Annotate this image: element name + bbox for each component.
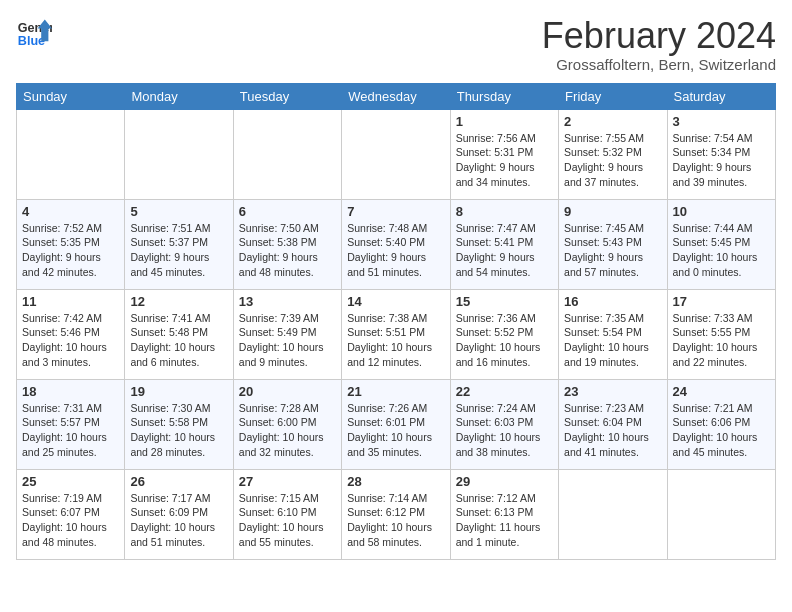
day-info: Sunrise: 7:47 AMSunset: 5:41 PMDaylight:… (456, 221, 553, 280)
day-number: 16 (564, 294, 661, 309)
calendar-cell: 29Sunrise: 7:12 AMSunset: 6:13 PMDayligh… (450, 469, 558, 559)
day-info: Sunrise: 7:12 AMSunset: 6:13 PMDaylight:… (456, 491, 553, 550)
calendar-cell: 23Sunrise: 7:23 AMSunset: 6:04 PMDayligh… (559, 379, 667, 469)
day-info: Sunrise: 7:26 AMSunset: 6:01 PMDaylight:… (347, 401, 444, 460)
day-number: 28 (347, 474, 444, 489)
week-row-4: 18Sunrise: 7:31 AMSunset: 5:57 PMDayligh… (17, 379, 776, 469)
week-row-1: 1Sunrise: 7:56 AMSunset: 5:31 PMDaylight… (17, 109, 776, 199)
day-info: Sunrise: 7:42 AMSunset: 5:46 PMDaylight:… (22, 311, 119, 370)
day-info: Sunrise: 7:56 AMSunset: 5:31 PMDaylight:… (456, 131, 553, 190)
day-info: Sunrise: 7:55 AMSunset: 5:32 PMDaylight:… (564, 131, 661, 190)
weekday-header-monday: Monday (125, 83, 233, 109)
calendar-cell: 10Sunrise: 7:44 AMSunset: 5:45 PMDayligh… (667, 199, 775, 289)
day-number: 22 (456, 384, 553, 399)
calendar-cell: 19Sunrise: 7:30 AMSunset: 5:58 PMDayligh… (125, 379, 233, 469)
weekday-header-friday: Friday (559, 83, 667, 109)
logo: General Blue (16, 16, 52, 52)
day-info: Sunrise: 7:15 AMSunset: 6:10 PMDaylight:… (239, 491, 336, 550)
calendar-cell (17, 109, 125, 199)
title-area: February 2024 Grossaffoltern, Bern, Swit… (542, 16, 776, 73)
logo-icon: General Blue (16, 16, 52, 52)
calendar-cell (342, 109, 450, 199)
calendar-cell: 21Sunrise: 7:26 AMSunset: 6:01 PMDayligh… (342, 379, 450, 469)
day-number: 13 (239, 294, 336, 309)
day-number: 14 (347, 294, 444, 309)
calendar-cell: 4Sunrise: 7:52 AMSunset: 5:35 PMDaylight… (17, 199, 125, 289)
calendar-cell: 6Sunrise: 7:50 AMSunset: 5:38 PMDaylight… (233, 199, 341, 289)
weekday-header-sunday: Sunday (17, 83, 125, 109)
day-info: Sunrise: 7:48 AMSunset: 5:40 PMDaylight:… (347, 221, 444, 280)
month-title: February 2024 (542, 16, 776, 56)
day-number: 10 (673, 204, 770, 219)
day-info: Sunrise: 7:17 AMSunset: 6:09 PMDaylight:… (130, 491, 227, 550)
calendar-cell: 5Sunrise: 7:51 AMSunset: 5:37 PMDaylight… (125, 199, 233, 289)
calendar-cell: 25Sunrise: 7:19 AMSunset: 6:07 PMDayligh… (17, 469, 125, 559)
day-number: 15 (456, 294, 553, 309)
week-row-2: 4Sunrise: 7:52 AMSunset: 5:35 PMDaylight… (17, 199, 776, 289)
header: General Blue February 2024 Grossaffolter… (16, 16, 776, 73)
day-info: Sunrise: 7:33 AMSunset: 5:55 PMDaylight:… (673, 311, 770, 370)
day-info: Sunrise: 7:35 AMSunset: 5:54 PMDaylight:… (564, 311, 661, 370)
day-info: Sunrise: 7:51 AMSunset: 5:37 PMDaylight:… (130, 221, 227, 280)
day-number: 4 (22, 204, 119, 219)
day-info: Sunrise: 7:44 AMSunset: 5:45 PMDaylight:… (673, 221, 770, 280)
day-number: 17 (673, 294, 770, 309)
weekday-header-row: SundayMondayTuesdayWednesdayThursdayFrid… (17, 83, 776, 109)
weekday-header-saturday: Saturday (667, 83, 775, 109)
day-number: 1 (456, 114, 553, 129)
calendar-cell: 28Sunrise: 7:14 AMSunset: 6:12 PMDayligh… (342, 469, 450, 559)
calendar-cell: 26Sunrise: 7:17 AMSunset: 6:09 PMDayligh… (125, 469, 233, 559)
calendar-cell: 27Sunrise: 7:15 AMSunset: 6:10 PMDayligh… (233, 469, 341, 559)
day-info: Sunrise: 7:50 AMSunset: 5:38 PMDaylight:… (239, 221, 336, 280)
calendar-cell (233, 109, 341, 199)
day-number: 6 (239, 204, 336, 219)
day-info: Sunrise: 7:45 AMSunset: 5:43 PMDaylight:… (564, 221, 661, 280)
calendar-cell: 13Sunrise: 7:39 AMSunset: 5:49 PMDayligh… (233, 289, 341, 379)
day-info: Sunrise: 7:52 AMSunset: 5:35 PMDaylight:… (22, 221, 119, 280)
svg-text:Blue: Blue (18, 34, 45, 48)
calendar-cell: 7Sunrise: 7:48 AMSunset: 5:40 PMDaylight… (342, 199, 450, 289)
day-number: 11 (22, 294, 119, 309)
day-number: 24 (673, 384, 770, 399)
day-number: 27 (239, 474, 336, 489)
day-info: Sunrise: 7:21 AMSunset: 6:06 PMDaylight:… (673, 401, 770, 460)
day-number: 25 (22, 474, 119, 489)
calendar-cell: 9Sunrise: 7:45 AMSunset: 5:43 PMDaylight… (559, 199, 667, 289)
calendar-cell: 11Sunrise: 7:42 AMSunset: 5:46 PMDayligh… (17, 289, 125, 379)
day-info: Sunrise: 7:36 AMSunset: 5:52 PMDaylight:… (456, 311, 553, 370)
day-info: Sunrise: 7:14 AMSunset: 6:12 PMDaylight:… (347, 491, 444, 550)
weekday-header-thursday: Thursday (450, 83, 558, 109)
day-info: Sunrise: 7:30 AMSunset: 5:58 PMDaylight:… (130, 401, 227, 460)
day-info: Sunrise: 7:38 AMSunset: 5:51 PMDaylight:… (347, 311, 444, 370)
day-number: 19 (130, 384, 227, 399)
calendar-cell: 1Sunrise: 7:56 AMSunset: 5:31 PMDaylight… (450, 109, 558, 199)
day-number: 8 (456, 204, 553, 219)
calendar-table: SundayMondayTuesdayWednesdayThursdayFrid… (16, 83, 776, 560)
calendar-cell: 17Sunrise: 7:33 AMSunset: 5:55 PMDayligh… (667, 289, 775, 379)
day-info: Sunrise: 7:54 AMSunset: 5:34 PMDaylight:… (673, 131, 770, 190)
weekday-header-tuesday: Tuesday (233, 83, 341, 109)
week-row-3: 11Sunrise: 7:42 AMSunset: 5:46 PMDayligh… (17, 289, 776, 379)
day-number: 18 (22, 384, 119, 399)
calendar-cell: 20Sunrise: 7:28 AMSunset: 6:00 PMDayligh… (233, 379, 341, 469)
calendar-cell: 3Sunrise: 7:54 AMSunset: 5:34 PMDaylight… (667, 109, 775, 199)
calendar-cell: 8Sunrise: 7:47 AMSunset: 5:41 PMDaylight… (450, 199, 558, 289)
calendar-cell: 16Sunrise: 7:35 AMSunset: 5:54 PMDayligh… (559, 289, 667, 379)
day-number: 23 (564, 384, 661, 399)
day-number: 29 (456, 474, 553, 489)
day-number: 5 (130, 204, 227, 219)
day-info: Sunrise: 7:39 AMSunset: 5:49 PMDaylight:… (239, 311, 336, 370)
day-number: 20 (239, 384, 336, 399)
day-number: 21 (347, 384, 444, 399)
day-info: Sunrise: 7:41 AMSunset: 5:48 PMDaylight:… (130, 311, 227, 370)
week-row-5: 25Sunrise: 7:19 AMSunset: 6:07 PMDayligh… (17, 469, 776, 559)
location-subtitle: Grossaffoltern, Bern, Switzerland (542, 56, 776, 73)
day-info: Sunrise: 7:31 AMSunset: 5:57 PMDaylight:… (22, 401, 119, 460)
calendar-cell: 22Sunrise: 7:24 AMSunset: 6:03 PMDayligh… (450, 379, 558, 469)
day-number: 7 (347, 204, 444, 219)
calendar-cell: 18Sunrise: 7:31 AMSunset: 5:57 PMDayligh… (17, 379, 125, 469)
day-number: 2 (564, 114, 661, 129)
day-number: 12 (130, 294, 227, 309)
calendar-cell: 24Sunrise: 7:21 AMSunset: 6:06 PMDayligh… (667, 379, 775, 469)
calendar-cell (667, 469, 775, 559)
